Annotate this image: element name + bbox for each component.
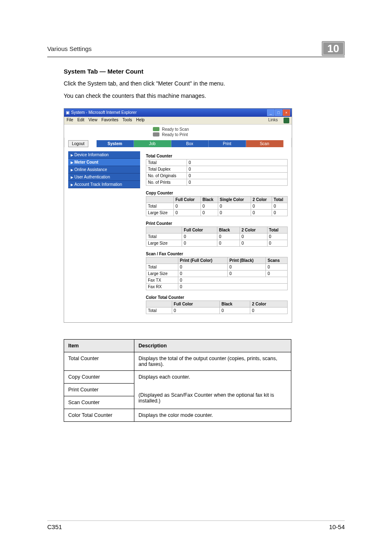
embedded-screenshot: ▣ System - Microsoft Internet Explorer _… — [64, 108, 292, 323]
desc-head-desc: Description — [134, 339, 291, 352]
menu-favorites[interactable]: Favorites — [101, 118, 118, 123]
sidebar-item-online-assistance[interactable]: ▶Online Assistance — [68, 166, 140, 173]
menu-help[interactable]: Help — [136, 118, 145, 123]
sidebar: ▶Device Information ▶Meter Count ▶Online… — [68, 151, 140, 317]
window-titlebar: ▣ System - Microsoft Internet Explorer _… — [64, 109, 292, 117]
footer-left: C351 — [47, 523, 62, 530]
scanner-status-icon — [153, 127, 159, 131]
desc-row-total-item: Total Counter — [64, 352, 134, 370]
minimize-button[interactable]: _ — [267, 109, 274, 116]
copy-counter-table: Full Color Black Single Color 2 Color To… — [146, 196, 288, 216]
ie-page-icon: ▣ — [66, 110, 69, 115]
total-counter-table: Total0 Total Duplex0 No. of Originals0 N… — [146, 159, 288, 186]
printer-status-icon — [153, 132, 159, 136]
window-title: System - Microsoft Internet Explorer — [71, 110, 137, 115]
sidebar-item-account-track[interactable]: ▶Account Track Information — [68, 181, 140, 188]
footer-right: 10-54 — [329, 523, 345, 530]
logout-button[interactable]: Logout — [68, 140, 88, 147]
desc-row-copy-item: Copy Counter — [64, 370, 134, 383]
color-total-counter-table: Full Color Black 2 Color Total000 — [146, 301, 288, 314]
print-counter-heading: Print Counter — [146, 219, 288, 227]
desc-row-copy-desc: Displays each counter. — [138, 374, 287, 380]
links-label[interactable]: Links — [268, 118, 278, 123]
description-table: Item Description Total Counter Displays … — [64, 339, 291, 422]
menu-view[interactable]: View — [88, 118, 97, 123]
scanfax-counter-table: Print (Full Color) Print (Black) Scans T… — [146, 257, 288, 290]
desc-row-colortotal-desc: Displays the color mode counter. — [134, 409, 291, 421]
chapter-number-badge: 10 — [322, 41, 345, 56]
tab-job[interactable]: Job — [134, 140, 171, 147]
menu-file[interactable]: File — [67, 118, 73, 123]
color-total-counter-heading: Color Total Counter — [146, 293, 288, 301]
desc-row-print-item: Print Counter — [64, 383, 134, 396]
copy-counter-heading: Copy Counter — [146, 188, 288, 196]
print-counter-table: Full Color Black 2 Color Total Total0000… — [146, 227, 288, 247]
sidebar-item-user-authentication[interactable]: ▶User Authentication — [68, 173, 140, 181]
menu-tools[interactable]: Tools — [122, 118, 132, 123]
tab-scan[interactable]: Scan — [246, 140, 284, 147]
desc-row-scan-item: Scan Counter — [64, 396, 134, 409]
menu-bar: File Edit View Favorites Tools Help Link… — [64, 117, 292, 125]
scanner-status-text: Ready to Scan — [162, 127, 189, 132]
total-counter-heading: Total Counter — [146, 151, 288, 159]
body-paragraph-2: You can check the counters that this mac… — [64, 91, 345, 100]
tab-print[interactable]: Print — [209, 140, 246, 147]
desc-row-scan-desc: (Displayed as Scan/Fax Counter when the … — [138, 392, 287, 404]
sidebar-item-meter-count[interactable]: ▶Meter Count — [68, 159, 140, 166]
printer-status-text: Ready to Print — [162, 132, 188, 137]
maximize-button[interactable]: □ — [275, 109, 282, 116]
sidebar-item-device-information[interactable]: ▶Device Information — [68, 151, 140, 159]
desc-head-item: Item — [64, 339, 134, 352]
desc-row-total-desc: Displays the total of the output counter… — [134, 352, 291, 370]
running-head: Various Settings — [47, 45, 92, 52]
close-button[interactable]: × — [283, 109, 290, 116]
ie-throbber-icon — [284, 118, 289, 123]
tab-box[interactable]: Box — [171, 140, 209, 147]
desc-row-colortotal-item: Color Total Counter — [64, 409, 134, 421]
scanfax-counter-heading: Scan / Fax Counter — [146, 249, 288, 257]
menu-edit[interactable]: Edit — [77, 118, 84, 123]
section-title: System Tab — Meter Count — [64, 68, 345, 75]
body-paragraph-1: Click the System tab, and then click "Me… — [64, 79, 345, 88]
tab-system[interactable]: System — [97, 140, 134, 147]
